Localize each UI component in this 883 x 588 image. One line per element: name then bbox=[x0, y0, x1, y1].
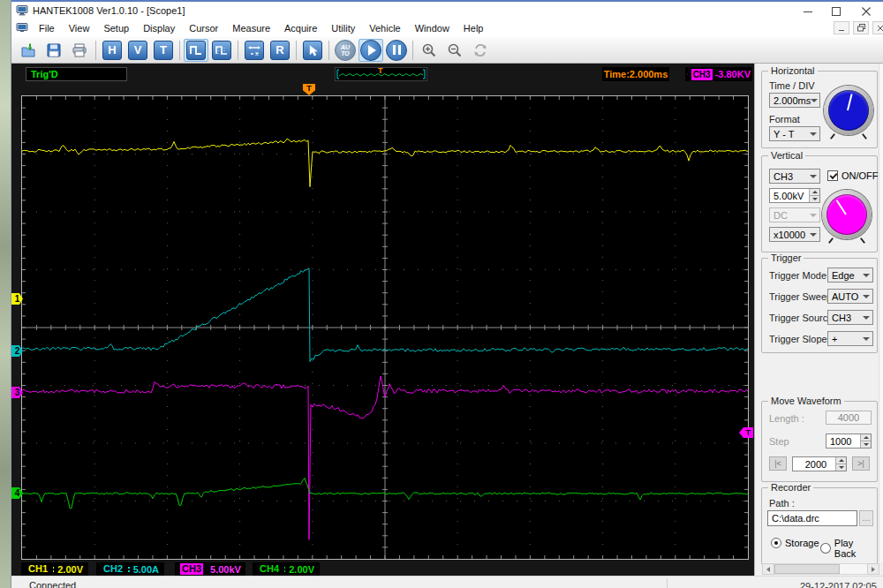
pause-button[interactable] bbox=[384, 39, 409, 62]
toolbar-separator bbox=[328, 41, 329, 60]
toolbar-separator bbox=[95, 41, 96, 60]
trigger-slope-label: Trigger Slope bbox=[769, 334, 827, 344]
spinner-arrows[interactable] bbox=[809, 189, 819, 202]
chevron-down-icon bbox=[863, 295, 870, 298]
pointer-tool-button[interactable] bbox=[300, 39, 325, 62]
volts-div-spinner[interactable]: 5.00kV bbox=[769, 188, 820, 203]
ch1-scale: 2.00V bbox=[57, 564, 83, 575]
menu-window[interactable]: Window bbox=[408, 21, 457, 35]
menu-cursor[interactable]: Cursor bbox=[182, 21, 225, 35]
open-button[interactable] bbox=[16, 39, 41, 62]
cursor-measure-button[interactable] bbox=[242, 39, 267, 62]
move-waveform-title: Move Waveform bbox=[768, 396, 844, 406]
panel-vertical-scrollbar[interactable] bbox=[879, 64, 883, 562]
trigger-source-chip: CH3 bbox=[691, 69, 713, 80]
mdi-close-button[interactable] bbox=[872, 21, 883, 34]
move-waveform-group: Move Waveform Length : 4000 Step 1000 |<… bbox=[761, 401, 878, 482]
ch3-label: CH3 bbox=[180, 563, 203, 575]
menu-vehicle[interactable]: Vehicle bbox=[362, 21, 407, 35]
time-div-select[interactable]: 2.000ms bbox=[769, 93, 820, 108]
spinner-arrows[interactable] bbox=[860, 434, 871, 448]
save-icon bbox=[46, 42, 62, 58]
maximize-button[interactable] bbox=[825, 2, 848, 21]
spinner-arrows[interactable] bbox=[835, 457, 846, 471]
position-spinner[interactable]: 2000 bbox=[792, 456, 847, 471]
refresh-button[interactable] bbox=[468, 39, 493, 62]
chevron-down-icon bbox=[810, 233, 817, 237]
ch2-readout[interactable]: CH2 5.00A bbox=[96, 562, 164, 576]
menu-setup[interactable]: Setup bbox=[96, 21, 136, 35]
trigger-sweep-label: Trigger Sweep bbox=[769, 291, 832, 302]
mdi-minimize-button[interactable] bbox=[834, 21, 849, 34]
horizontal-panel-button[interactable]: H bbox=[100, 39, 125, 62]
print-button[interactable] bbox=[67, 39, 92, 62]
scroll-right-arrow[interactable] bbox=[867, 563, 879, 575]
menu-display[interactable]: Display bbox=[136, 21, 182, 35]
menu-utility[interactable]: Utility bbox=[324, 21, 362, 35]
timebase-knob[interactable] bbox=[824, 86, 873, 135]
waveform-preview[interactable]: T bbox=[335, 67, 427, 81]
storage-radio[interactable]: Storage bbox=[771, 538, 819, 548]
ch3-readout[interactable]: CH3 5.00kV bbox=[175, 562, 245, 576]
trigger-sweep-select[interactable]: AUTO bbox=[827, 289, 873, 304]
desktop-background-strip bbox=[0, 0, 11, 588]
close-button[interactable] bbox=[855, 2, 878, 21]
trigger-mode-select[interactable]: Edge bbox=[827, 268, 873, 283]
menu-help[interactable]: Help bbox=[457, 21, 491, 35]
mdi-child-icon bbox=[16, 23, 28, 34]
save-button[interactable] bbox=[42, 39, 66, 62]
channel-select[interactable]: CH3 bbox=[769, 169, 820, 184]
autoset-button[interactable]: AUTO bbox=[333, 39, 358, 62]
browse-button[interactable]: ... bbox=[859, 510, 873, 526]
statusbar-divider bbox=[667, 578, 668, 588]
step-spinner[interactable]: 1000 bbox=[826, 433, 872, 449]
minimize-button[interactable] bbox=[796, 2, 819, 21]
scrollbar-track[interactable] bbox=[774, 563, 867, 575]
zoom-out-button[interactable] bbox=[442, 39, 467, 62]
zoom-in-button[interactable] bbox=[417, 39, 442, 62]
playback-radio[interactable]: Play Back bbox=[820, 538, 877, 559]
chevron-down-icon bbox=[810, 175, 817, 178]
radio-icon bbox=[820, 543, 831, 554]
trigger-source-select[interactable]: CH3 bbox=[827, 310, 873, 325]
panel-horizontal-scrollbar[interactable] bbox=[762, 563, 879, 575]
vertical-position-knob[interactable] bbox=[822, 190, 872, 239]
probe-attenuation-select[interactable]: x10000 bbox=[769, 227, 820, 242]
scrollbar-thumb[interactable] bbox=[774, 564, 840, 574]
mdi-restore-button[interactable] bbox=[853, 21, 869, 34]
format-select[interactable]: Y - T bbox=[769, 126, 820, 141]
knob-cap bbox=[826, 194, 867, 235]
scroll-left-arrow[interactable] bbox=[762, 563, 774, 575]
r-letter-icon: R bbox=[270, 41, 290, 60]
title-bar: HANTEK1008 Ver1.0.10 - [Scope1] bbox=[11, 0, 883, 19]
waveform-mode-button[interactable] bbox=[184, 39, 208, 62]
pause-icon bbox=[386, 40, 407, 61]
open-icon bbox=[20, 42, 36, 58]
ch4-label: CH4 bbox=[258, 563, 281, 575]
ch1-readout[interactable]: CH1 2.00V bbox=[21, 562, 88, 576]
dc-coupling-icon bbox=[53, 567, 54, 572]
menu-file[interactable]: File bbox=[32, 21, 62, 35]
mdi-restore-icon bbox=[857, 24, 865, 32]
waveform-measure-button[interactable] bbox=[209, 39, 234, 62]
vertical-panel-button[interactable]: V bbox=[125, 39, 150, 62]
app-icon bbox=[16, 5, 28, 16]
trigger-time-marker[interactable]: T bbox=[303, 84, 315, 95]
go-last-button[interactable]: >| bbox=[852, 456, 870, 471]
trigger-panel-button[interactable]: T bbox=[151, 39, 176, 62]
go-first-button[interactable]: |< bbox=[769, 456, 787, 471]
toolbar-separator bbox=[412, 41, 413, 60]
menu-acquire[interactable]: Acquire bbox=[277, 21, 324, 35]
run-button[interactable] bbox=[358, 39, 383, 62]
menu-measure[interactable]: Measure bbox=[225, 21, 277, 35]
close-icon bbox=[861, 6, 872, 17]
trigger-slope-select[interactable]: + bbox=[827, 331, 873, 346]
recorder-group-title: Recorder bbox=[768, 482, 813, 493]
ref-waveform-button[interactable]: R bbox=[268, 39, 292, 62]
channel-onoff-checkbox[interactable]: ON/OFF bbox=[827, 170, 879, 181]
path-input[interactable]: C:\data.drc bbox=[767, 510, 857, 526]
menu-view[interactable]: View bbox=[62, 21, 97, 35]
mdi-window-controls bbox=[834, 21, 883, 34]
time-per-div-readout: Time:2.000ms bbox=[602, 67, 669, 81]
ch4-readout[interactable]: CH4 2.00V bbox=[253, 562, 320, 576]
